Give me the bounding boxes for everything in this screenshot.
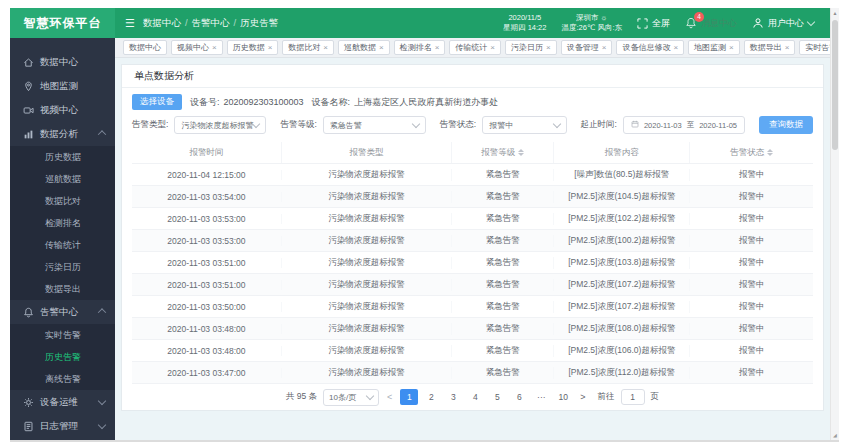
fullscreen-button[interactable]: 全屏 bbox=[637, 17, 670, 30]
table-row[interactable]: 2020-11-03 03:53:00污染物浓度超标报警紧急告警[PM2.5]浓… bbox=[132, 230, 813, 252]
close-icon[interactable]: × bbox=[602, 44, 607, 52]
sidebar-subitem-history-data[interactable]: 历史数据 bbox=[10, 146, 115, 168]
sidebar-subitem-offline-alarm[interactable]: 离线告警 bbox=[10, 368, 115, 390]
tab-history-data[interactable]: 历史数据× bbox=[227, 40, 279, 55]
menu-toggle-icon[interactable]: ☰ bbox=[125, 17, 135, 30]
date-range-picker[interactable]: 2020-11-03 至 2020-11-05 bbox=[623, 116, 745, 134]
sidebar-item-alarm-center[interactable]: 告警中心 bbox=[10, 300, 115, 324]
column-header-label: 报警类型 bbox=[349, 147, 383, 159]
scroll-up-arrow-icon[interactable]: ▲ bbox=[831, 9, 839, 17]
close-icon[interactable]: × bbox=[785, 44, 790, 52]
table-cell: 2020-11-03 03:53:00 bbox=[132, 236, 282, 246]
message-center-button[interactable]: 4 消息中心 bbox=[685, 17, 737, 30]
pager-page-1[interactable]: 1 bbox=[400, 389, 418, 405]
scrollbar-thumb[interactable] bbox=[832, 20, 838, 150]
tab-detect-rank[interactable]: 检测排名× bbox=[394, 40, 446, 55]
close-icon[interactable]: × bbox=[268, 44, 273, 52]
tab-pollution-calendar[interactable]: 污染日历× bbox=[505, 40, 557, 55]
table-row[interactable]: 2020-11-03 03:54:00污染物浓度超标报警紧急告警[PM2.5]浓… bbox=[132, 186, 813, 208]
close-icon[interactable]: × bbox=[673, 44, 678, 52]
table-cell: 污染物浓度超标报警 bbox=[282, 213, 452, 225]
tab-video-center[interactable]: 视频中心× bbox=[171, 40, 223, 55]
close-icon[interactable]: × bbox=[490, 44, 495, 52]
breadcrumb-item[interactable]: 告警中心 bbox=[192, 17, 230, 28]
pager-page-6[interactable]: 6 bbox=[510, 389, 528, 405]
sidebar-item-log-mgmt[interactable]: 日志管理 bbox=[10, 414, 115, 438]
sidebar-subitem-data-export[interactable]: 数据导出 bbox=[10, 278, 115, 300]
breadcrumb-item[interactable]: 历史告警 bbox=[240, 17, 278, 28]
table-cell: 2020-11-03 03:51:00 bbox=[132, 258, 282, 268]
next-page-button[interactable]: > bbox=[578, 392, 587, 402]
user-center-button[interactable]: 用户中心 bbox=[752, 17, 814, 30]
table-row[interactable]: 2020-11-03 03:48:00污染物浓度超标报警紧急告警[PM2.5]浓… bbox=[132, 318, 813, 340]
sidebar-item-data-center[interactable]: 数据中心 bbox=[10, 50, 115, 74]
prev-page-button[interactable]: < bbox=[385, 392, 394, 402]
calendar-icon bbox=[631, 120, 639, 130]
close-icon[interactable]: × bbox=[379, 44, 384, 52]
table-row[interactable]: 2020-11-03 03:51:00污染物浓度超标报警紧急告警[PM2.5]浓… bbox=[132, 252, 813, 274]
sidebar-item-data-analysis[interactable]: 数据分析 bbox=[10, 122, 115, 146]
table-row[interactable]: 2020-11-03 03:47:00污染物浓度超标报警紧急告警[PM2.5]浓… bbox=[132, 362, 813, 384]
tab-device-mgmt[interactable]: 设备管理× bbox=[561, 40, 613, 55]
close-icon[interactable]: × bbox=[729, 44, 734, 52]
tab-map-monitor[interactable]: 地图监测× bbox=[688, 40, 740, 55]
sort-icon[interactable] bbox=[767, 149, 773, 156]
alarm-type-select[interactable]: 污染物浓度超标报警 bbox=[174, 116, 266, 134]
tab-cruise-data[interactable]: 巡航数据× bbox=[338, 40, 390, 55]
table-cell: 紧急告警 bbox=[452, 169, 554, 181]
table-row[interactable]: 2020-11-03 03:51:00污染物浓度超标报警紧急告警[PM2.5]浓… bbox=[132, 274, 813, 296]
alarm-status-select[interactable]: 报警中 bbox=[482, 116, 566, 134]
close-icon[interactable]: × bbox=[323, 44, 328, 52]
sidebar-subitem-pollution-calendar[interactable]: 污染日历 bbox=[10, 256, 115, 278]
sidebar-item-device-ops[interactable]: 设备运维 bbox=[10, 390, 115, 414]
page-size-select[interactable]: 10条/页 bbox=[323, 389, 379, 406]
goto-page-input[interactable] bbox=[621, 389, 645, 405]
sidebar-subitem-cruise-data[interactable]: 巡航数据 bbox=[10, 168, 115, 190]
pager-page-4[interactable]: 4 bbox=[466, 389, 484, 405]
sidebar-subitem-history-alarm[interactable]: 历史告警 bbox=[10, 346, 115, 368]
alarm-level-select[interactable]: 紧急告警 bbox=[323, 116, 426, 134]
close-icon[interactable]: × bbox=[212, 44, 217, 52]
sidebar-subitem-realtime-alarm[interactable]: 实时告警 bbox=[10, 324, 115, 346]
select-device-button[interactable]: 选择设备 bbox=[132, 94, 182, 110]
tab-data-export[interactable]: 数据导出× bbox=[744, 40, 796, 55]
pager-page-3[interactable]: 3 bbox=[444, 389, 462, 405]
sidebar-subitem-data-compare[interactable]: 数据比对 bbox=[10, 190, 115, 212]
sidebar-subitem-detect-rank[interactable]: 检测排名 bbox=[10, 212, 115, 234]
column-header[interactable]: 报警内容 bbox=[554, 142, 690, 163]
column-header[interactable]: 报警时间 bbox=[132, 142, 282, 163]
table-row[interactable]: 2020-11-03 03:48:00污染物浓度超标报警紧急告警[PM2.5]浓… bbox=[132, 340, 813, 362]
column-header[interactable]: 报警等级 bbox=[452, 142, 554, 163]
column-header[interactable]: 告警状态 bbox=[690, 142, 813, 163]
user-icon bbox=[752, 17, 764, 29]
sidebar-item-map-monitor[interactable]: 地图监测 bbox=[10, 74, 115, 98]
vertical-scrollbar[interactable]: ▲ ◢ bbox=[830, 8, 839, 440]
column-header[interactable]: 报警类型 bbox=[282, 142, 452, 163]
close-icon[interactable]: × bbox=[546, 44, 551, 52]
table-row[interactable]: 2020-11-04 12:15:00污染物浓度超标报警紧急告警[噪声]数值(8… bbox=[132, 164, 813, 186]
table-cell: 2020-11-04 12:15:00 bbox=[132, 170, 282, 180]
tab-data-compare[interactable]: 数据比对× bbox=[282, 40, 334, 55]
table-row[interactable]: 2020-11-03 03:53:00污染物浓度超标报警紧急告警[PM2.5]浓… bbox=[132, 208, 813, 230]
filter-row: 告警类型: 污染物浓度超标报警 告警等级: 紧急告警 告警状态: 报警中 起止时… bbox=[122, 112, 823, 140]
breadcrumb-item[interactable]: 数据中心 bbox=[143, 17, 181, 28]
tab-device-info-edit[interactable]: 设备信息修改× bbox=[616, 40, 684, 55]
close-icon[interactable]: × bbox=[435, 44, 440, 52]
sidebar-subitem-transfer-stats[interactable]: 传输统计 bbox=[10, 234, 115, 256]
pager-page-10[interactable]: 10 bbox=[554, 389, 572, 405]
pager-page-5[interactable]: 5 bbox=[488, 389, 506, 405]
pager-page-2[interactable]: 2 bbox=[422, 389, 440, 405]
sidebar-item-video-center[interactable]: 视频中心 bbox=[10, 98, 115, 122]
pager-more[interactable]: ··· bbox=[532, 389, 550, 405]
tab-data-center[interactable]: 数据中心 bbox=[123, 40, 167, 55]
chevron-up-icon bbox=[98, 130, 106, 138]
tab-transfer-stats[interactable]: 传输统计× bbox=[449, 40, 501, 55]
tab-realtime-alarm[interactable]: 实时告警× bbox=[799, 40, 830, 55]
sort-icon[interactable] bbox=[518, 149, 524, 156]
table-cell: [PM2.5]浓度(103.8)超标报警 bbox=[554, 257, 690, 269]
device-name-value: 上海嘉定区人民政府真新街道办事处 bbox=[354, 96, 498, 109]
table-row[interactable]: 2020-11-03 03:50:00污染物浓度超标报警紧急告警[PM2.5]浓… bbox=[132, 296, 813, 318]
message-center-label: 消息中心 bbox=[701, 17, 737, 30]
chevron-up-icon bbox=[98, 308, 106, 316]
query-data-button[interactable]: 查询数据 bbox=[759, 116, 813, 134]
